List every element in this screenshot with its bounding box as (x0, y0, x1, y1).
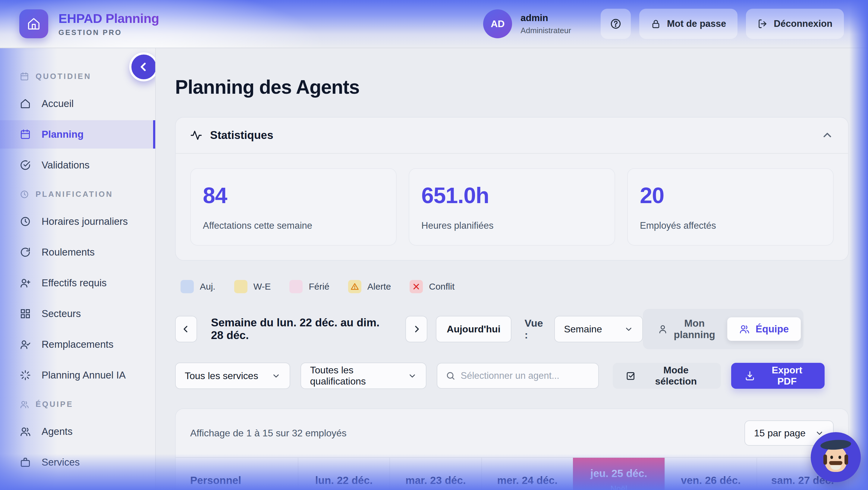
next-week-button[interactable] (405, 316, 427, 342)
week-navigation: Semaine du lun. 22 déc. au dim. 28 déc. … (175, 309, 849, 349)
logout-icon (757, 19, 768, 29)
sidebar-item-horaires-journaliers[interactable]: Horaires journaliers (0, 207, 155, 236)
filters: Tous les services Toutes les qualificati… (175, 363, 849, 389)
users-icon (739, 324, 749, 334)
qualification-filter-select[interactable]: Toutes les qualifications (301, 363, 427, 389)
sidebar-item-remplacements[interactable]: Remplacements (0, 330, 155, 359)
legend-item-alerte: Alerte (348, 280, 391, 293)
user-cluster: AD admin Administrateur Mot de passe Déc… (483, 9, 844, 39)
x-icon (410, 280, 423, 293)
checkbox-icon (625, 370, 636, 381)
chevron-down-icon (272, 371, 281, 380)
chevron-left-icon (181, 324, 191, 335)
column-header-day: mer. 24 déc. (481, 458, 573, 490)
logout-button[interactable]: Déconnexion (746, 9, 844, 39)
grid-icon (20, 308, 31, 319)
stat-label: Heures planifiées (421, 220, 602, 231)
page-title: Planning des Agents (175, 76, 849, 98)
chevron-left-icon (137, 60, 150, 73)
column-header-day: lun. 22 déc. (298, 458, 390, 490)
holiday-swatch (289, 280, 303, 293)
lock-icon (651, 19, 661, 29)
calendar-icon (20, 72, 29, 81)
column-header-day: mar. 23 déc. (390, 458, 481, 490)
help-icon (610, 18, 621, 30)
main-content: Planning des Agents Statistiques 84 Affe… (156, 48, 868, 490)
sidebar-item-agents[interactable]: Agents (0, 417, 155, 446)
clock-icon (20, 216, 31, 227)
users-icon (20, 426, 31, 437)
sidebar: QUOTIDIEN Accueil Planning Validations P… (0, 48, 156, 490)
chevron-right-icon (411, 324, 422, 335)
person-icon (658, 324, 668, 334)
check-circle-icon (20, 160, 31, 171)
legend-item-conflit: Conflit (410, 280, 455, 293)
sidebar-item-services[interactable]: Services (0, 448, 155, 477)
warning-icon (348, 280, 361, 293)
password-button[interactable]: Mot de passe (639, 9, 738, 39)
sidebar-item-planning[interactable]: Planning (0, 120, 155, 149)
section-planification: PLANIFICATION (0, 189, 155, 199)
chevron-down-icon (624, 325, 633, 334)
activity-icon (190, 129, 202, 141)
stats-title: Statistiques (210, 129, 273, 142)
agent-search-input[interactable] (461, 370, 590, 381)
service-filter-select[interactable]: Tous les services (175, 363, 290, 389)
view-label: Vue : (525, 317, 546, 341)
stat-value: 84 (203, 183, 384, 208)
column-header-personnel: Personnel (176, 458, 298, 490)
home-logo-icon (19, 9, 48, 38)
stat-label: Employés affectés (640, 220, 821, 231)
user-role: Administrateur (521, 26, 571, 35)
today-button[interactable]: Aujourd'hui (436, 316, 511, 342)
stat-card-affectations: 84 Affectations cette semaine (190, 168, 397, 246)
planning-mode-toggle: Mon planning Équipe (643, 309, 804, 349)
weekend-swatch (234, 280, 247, 293)
sidebar-item-validations[interactable]: Validations (0, 151, 155, 179)
help-button[interactable] (601, 9, 631, 39)
calendar-icon (20, 129, 31, 140)
team-toggle[interactable]: Équipe (727, 317, 801, 341)
table-header-row: Personnel lun. 22 déc. mar. 23 déc. mer.… (176, 457, 848, 490)
export-pdf-button[interactable]: Export PDF (731, 363, 825, 389)
section-equipe: ÉQUIPE (0, 400, 155, 409)
sidebar-item-secteurs[interactable]: Secteurs (0, 300, 155, 328)
view-select[interactable]: Semaine (554, 316, 643, 342)
chevron-down-icon (408, 371, 417, 380)
rotate-icon (20, 247, 31, 258)
stat-value: 20 (640, 183, 821, 208)
user-name: admin (521, 13, 571, 24)
search-icon (446, 371, 456, 380)
app-subtitle: GESTION PRO (59, 28, 159, 37)
pagination-info: Affichage de 1 à 15 sur 32 employés (190, 428, 347, 439)
user-plus-icon (20, 278, 31, 288)
clock-icon (20, 190, 29, 199)
today-swatch (181, 280, 194, 293)
sidebar-item-effectifs-requis[interactable]: Effectifs requis (0, 269, 155, 297)
sidebar-item-planning-annuel-ia[interactable]: Planning Annuel IA (0, 361, 155, 389)
sparkle-icon (20, 370, 31, 380)
sidebar-item-roulements[interactable]: Roulements (0, 238, 155, 266)
legend-item-ferie: Férié (289, 280, 329, 293)
assistant-avatar-icon (825, 447, 847, 472)
download-icon (744, 370, 755, 381)
column-header-day-holiday: jeu. 25 déc. Noël (573, 458, 664, 490)
home-icon (20, 98, 31, 109)
agent-search (437, 363, 599, 389)
column-header-day: ven. 26 déc. (664, 458, 756, 490)
sidebar-item-accueil[interactable]: Accueil (0, 90, 155, 118)
selection-mode-button[interactable]: Mode sélection (613, 363, 721, 389)
legend-item-today: Auj. (181, 280, 216, 293)
week-label: Semaine du lun. 22 déc. au dim. 28 déc. (211, 316, 392, 342)
holiday-name: Noël (610, 484, 627, 490)
chevron-up-icon[interactable] (821, 129, 834, 142)
users-icon (20, 400, 29, 409)
stat-card-employes: 20 Employés affectés (627, 168, 834, 246)
sidebar-collapse-button[interactable] (129, 53, 156, 81)
my-planning-toggle[interactable]: Mon planning (646, 312, 727, 346)
stat-card-heures: 651.0h Heures planifiées (409, 168, 615, 246)
previous-week-button[interactable] (175, 316, 197, 342)
app-title: EHPAD Planning (59, 11, 159, 26)
assistant-button[interactable] (811, 432, 861, 482)
user-check-icon (20, 339, 31, 350)
